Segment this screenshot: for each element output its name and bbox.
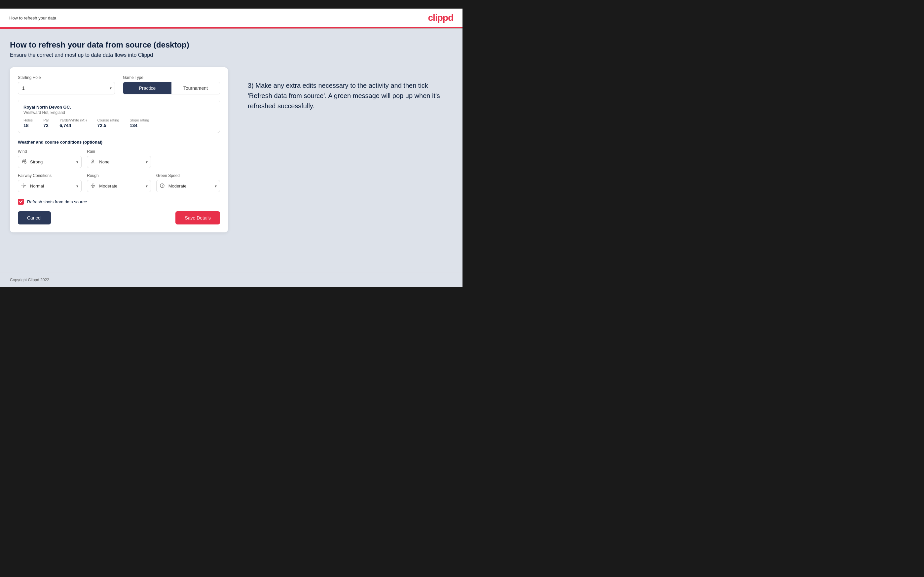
empty-group [156, 149, 220, 168]
wind-rain-row: Wind Strong None Light [18, 149, 220, 168]
course-stats: Holes 18 Par 72 Yards/White (M)) 6,744 C… [23, 118, 215, 128]
rough-select[interactable]: Moderate Short Normal Long [87, 180, 151, 192]
fairway-label: Fairway Conditions [18, 173, 82, 178]
holes-label: Holes [23, 118, 33, 122]
form-panel: Starting Hole 1 10 ▾ Game Type Practice … [10, 67, 228, 232]
green-speed-wrapper: Moderate Slow Normal Fast ▾ [156, 180, 220, 192]
rain-group: Rain None Light Moderate Heavy [87, 149, 151, 168]
rough-wrapper: Moderate Short Normal Long ▾ [87, 180, 151, 192]
practice-button[interactable]: Practice [123, 82, 171, 94]
fairway-rough-green-row: Fairway Conditions Normal Soft Firm [18, 173, 220, 192]
wind-select[interactable]: Strong None Light Moderate [18, 156, 82, 168]
refresh-label: Refresh shots from data source [27, 199, 87, 204]
game-type-group: Game Type Practice Tournament [123, 75, 220, 94]
tournament-button[interactable]: Tournament [171, 82, 220, 94]
page-heading: How to refresh your data from source (de… [10, 40, 452, 50]
rain-wrapper: None Light Moderate Heavy ▾ [87, 156, 151, 168]
form-actions: Cancel Save Details [18, 211, 220, 224]
save-button[interactable]: Save Details [175, 211, 220, 224]
rain-label: Rain [87, 149, 151, 154]
course-name: Royal North Devon GC, [23, 105, 215, 110]
starting-hole-row: Starting Hole 1 10 ▾ Game Type Practice … [18, 75, 220, 94]
course-rating-value: 72.5 [97, 123, 119, 128]
content-area: Starting Hole 1 10 ▾ Game Type Practice … [10, 67, 452, 232]
rain-select[interactable]: None Light Moderate Heavy [87, 156, 151, 168]
fairway-select[interactable]: Normal Soft Firm Hard [18, 180, 82, 192]
fairway-group: Fairway Conditions Normal Soft Firm [18, 173, 82, 192]
holes-value: 18 [23, 123, 33, 128]
game-type-label: Game Type [123, 75, 220, 80]
conditions-title: Weather and course conditions (optional) [18, 140, 220, 145]
refresh-row: Refresh shots from data source [18, 199, 220, 205]
yards-value: 6,744 [60, 123, 87, 128]
slope-rating-stat: Slope rating 134 [130, 118, 149, 128]
header-title: How to refresh your data [9, 16, 56, 21]
course-location: Westward Ho!, England [23, 110, 215, 115]
course-info-box: Royal North Devon GC, Westward Ho!, Engl… [18, 100, 220, 133]
instruction-text: 3) Make any extra edits necessary to the… [248, 81, 452, 111]
starting-hole-label: Starting Hole [18, 75, 115, 80]
wind-wrapper: Strong None Light Moderate ▾ [18, 156, 82, 168]
slope-rating-label: Slope rating [130, 118, 149, 122]
green-speed-group: Green Speed Moderate Slow Normal [156, 173, 220, 192]
par-label: Par [43, 118, 49, 122]
header: How to refresh your data clippd [0, 8, 462, 28]
game-type-buttons: Practice Tournament [123, 82, 220, 94]
slope-rating-value: 134 [130, 123, 149, 128]
cancel-button[interactable]: Cancel [18, 211, 51, 224]
copyright-text: Copyright Clippd 2022 [10, 277, 49, 282]
instruction-panel: 3) Make any extra edits necessary to the… [248, 67, 452, 111]
holes-stat: Holes 18 [23, 118, 33, 128]
wind-label: Wind [18, 149, 82, 154]
rough-group: Rough Moderate Short Normal Lo [87, 173, 151, 192]
course-rating-stat: Course rating 72.5 [97, 118, 119, 128]
wind-group: Wind Strong None Light [18, 149, 82, 168]
course-rating-label: Course rating [97, 118, 119, 122]
top-bar [0, 0, 462, 8]
green-speed-label: Green Speed [156, 173, 220, 178]
starting-hole-wrapper: 1 10 ▾ [18, 82, 115, 94]
main-content: How to refresh your data from source (de… [0, 28, 462, 272]
yards-stat: Yards/White (M)) 6,744 [60, 118, 87, 128]
footer: Copyright Clippd 2022 [0, 272, 462, 287]
fairway-wrapper: Normal Soft Firm Hard ▾ [18, 180, 82, 192]
starting-hole-group: Starting Hole 1 10 ▾ [18, 75, 115, 94]
par-value: 72 [43, 123, 49, 128]
page-subheading: Ensure the correct and most up to date d… [10, 52, 452, 58]
logo: clippd [428, 13, 453, 23]
yards-label: Yards/White (M)) [60, 118, 87, 122]
par-stat: Par 72 [43, 118, 49, 128]
rough-label: Rough [87, 173, 151, 178]
starting-hole-select[interactable]: 1 10 [18, 82, 115, 94]
refresh-checkbox[interactable] [18, 199, 24, 205]
green-speed-select[interactable]: Moderate Slow Normal Fast [156, 180, 220, 192]
